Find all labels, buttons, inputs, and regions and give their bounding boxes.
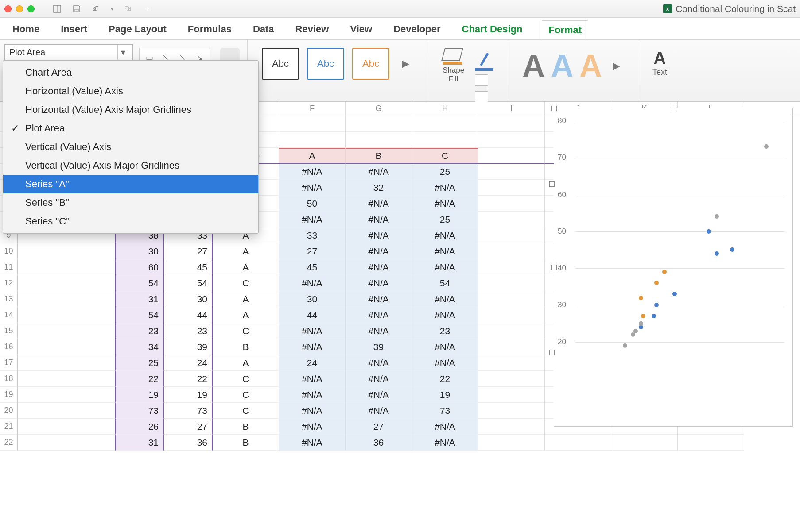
cell[interactable] xyxy=(412,132,478,148)
cell[interactable]: #N/A xyxy=(279,323,346,339)
plot-area[interactable]: 20304050607080 xyxy=(575,121,784,416)
row-header[interactable]: 13 xyxy=(0,291,18,307)
row-header[interactable]: 20 xyxy=(0,403,18,419)
cell[interactable]: #N/A xyxy=(412,419,478,435)
cell[interactable] xyxy=(611,435,678,451)
cell[interactable]: #N/A xyxy=(279,387,346,403)
cell[interactable] xyxy=(18,307,115,323)
text-fill-button[interactable]: A Text xyxy=(645,43,674,82)
cell[interactable] xyxy=(478,435,545,451)
cell[interactable]: 25 xyxy=(412,164,478,180)
cell[interactable]: 19 xyxy=(164,387,213,403)
cell[interactable]: 30 xyxy=(279,291,346,307)
cell[interactable]: A xyxy=(213,243,279,259)
row-header[interactable]: 12 xyxy=(0,275,18,291)
cell[interactable] xyxy=(478,339,545,355)
cell[interactable]: #N/A xyxy=(279,275,346,291)
cell[interactable]: 73 xyxy=(164,403,213,419)
cell[interactable]: C xyxy=(213,275,279,291)
data-point-series-a[interactable] xyxy=(672,292,677,296)
minimize-window-button[interactable] xyxy=(16,5,23,12)
cell[interactable]: 50 xyxy=(279,196,346,212)
cell[interactable]: C xyxy=(213,323,279,339)
cell[interactable]: 44 xyxy=(164,307,213,323)
cell[interactable] xyxy=(18,371,115,387)
cell[interactable]: 27 xyxy=(346,419,412,435)
cell[interactable]: 32 xyxy=(346,180,412,196)
ribbon-tab-formulas[interactable]: Formulas xyxy=(186,19,233,39)
data-point-series-b[interactable] xyxy=(641,314,645,318)
column-header[interactable]: F xyxy=(279,102,346,116)
undo-dropdown-icon[interactable]: ▾ xyxy=(111,6,113,12)
dropdown-item[interactable]: Series "C" xyxy=(3,212,258,231)
cell[interactable]: #N/A xyxy=(279,339,346,355)
cell[interactable] xyxy=(478,291,545,307)
cell[interactable]: A xyxy=(213,355,279,371)
data-point-series-a[interactable] xyxy=(730,247,734,252)
cell[interactable] xyxy=(478,148,545,164)
more-wordart-icon[interactable]: ▶ xyxy=(608,60,625,72)
cell[interactable]: #N/A xyxy=(279,419,346,435)
ribbon-tab-insert[interactable]: Insert xyxy=(59,19,89,39)
cell[interactable]: 45 xyxy=(279,259,346,275)
chart-element-selector[interactable]: Plot Area ▾ xyxy=(4,44,133,60)
data-point-series-a[interactable] xyxy=(707,229,711,234)
row-header[interactable]: 10 xyxy=(0,243,18,259)
chart-element-dropdown[interactable]: Chart AreaHorizontal (Value) AxisHorizon… xyxy=(3,60,259,234)
cell[interactable] xyxy=(412,116,478,132)
cell[interactable] xyxy=(18,339,115,355)
cell[interactable]: #N/A xyxy=(346,291,412,307)
cell[interactable] xyxy=(18,435,115,451)
cell[interactable] xyxy=(18,291,115,307)
cell[interactable]: 36 xyxy=(346,435,412,451)
data-point-series-b[interactable] xyxy=(662,270,667,274)
cell[interactable]: #N/A xyxy=(346,164,412,180)
ribbon-tab-data[interactable]: Data xyxy=(251,19,276,39)
cell[interactable] xyxy=(478,307,545,323)
dropdown-item[interactable]: Vertical (Value) Axis xyxy=(3,138,258,156)
cell[interactable]: A xyxy=(213,259,279,275)
cell[interactable]: 36 xyxy=(164,435,213,451)
shape-style-preset[interactable]: Abc xyxy=(262,48,299,80)
cell[interactable]: 31 xyxy=(115,435,164,451)
data-point-series-a[interactable] xyxy=(715,251,719,256)
ribbon-tab-chart-design[interactable]: Chart Design xyxy=(460,19,524,39)
cell[interactable]: #N/A xyxy=(346,259,412,275)
cell[interactable]: B xyxy=(213,419,279,435)
cell[interactable]: #N/A xyxy=(346,227,412,243)
ribbon-tab-format[interactable]: Format xyxy=(542,20,588,39)
dropdown-item[interactable]: Series "B" xyxy=(3,193,258,212)
cell[interactable]: #N/A xyxy=(412,291,478,307)
cell[interactable]: 31 xyxy=(115,291,164,307)
header-cell[interactable]: B xyxy=(346,148,412,164)
cell[interactable]: #N/A xyxy=(279,435,346,451)
cell[interactable]: 60 xyxy=(115,259,164,275)
cell[interactable]: #N/A xyxy=(412,227,478,243)
range-handle[interactable] xyxy=(549,181,555,187)
cell[interactable] xyxy=(478,419,545,435)
row-header[interactable]: 15 xyxy=(0,323,18,339)
cell[interactable]: #N/A xyxy=(412,196,478,212)
cell[interactable]: 44 xyxy=(279,307,346,323)
cell[interactable]: C xyxy=(213,387,279,403)
cell[interactable]: 39 xyxy=(164,339,213,355)
header-cell[interactable]: A xyxy=(279,148,346,164)
cell[interactable]: 30 xyxy=(115,243,164,259)
cell[interactable]: #N/A xyxy=(346,387,412,403)
cell[interactable]: 22 xyxy=(412,371,478,387)
cell[interactable]: #N/A xyxy=(346,323,412,339)
cell[interactable]: 24 xyxy=(279,355,346,371)
cell[interactable]: 27 xyxy=(164,243,213,259)
cell[interactable]: 39 xyxy=(346,339,412,355)
shape-effects-button[interactable] xyxy=(475,74,488,86)
cell[interactable] xyxy=(478,116,545,132)
cell[interactable]: 22 xyxy=(115,371,164,387)
cell[interactable]: 45 xyxy=(164,259,213,275)
cell[interactable] xyxy=(18,243,115,259)
cell[interactable] xyxy=(279,116,346,132)
cell[interactable] xyxy=(478,403,545,419)
data-point-series-a[interactable] xyxy=(654,303,659,307)
cell[interactable] xyxy=(478,387,545,403)
cell[interactable]: 26 xyxy=(115,419,164,435)
cell[interactable]: #N/A xyxy=(412,259,478,275)
